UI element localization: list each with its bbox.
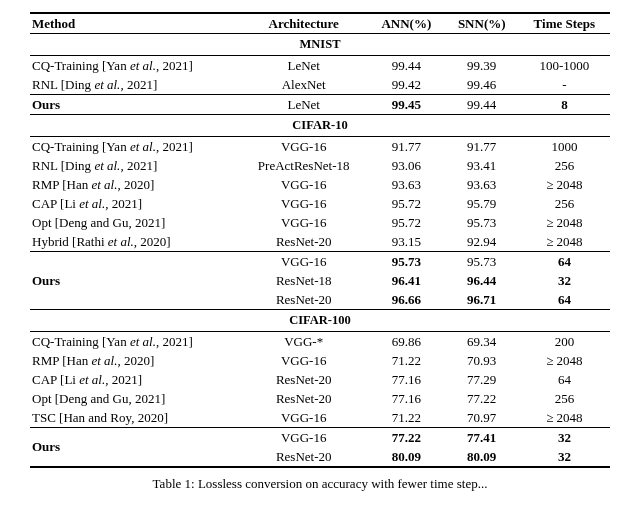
arch-cell: VGG-* bbox=[239, 332, 368, 352]
steps-cell: 8 bbox=[519, 95, 610, 115]
ann-cell: 71.22 bbox=[368, 408, 445, 428]
table-row: Opt [Deng and Gu, 2021] VGG-16 95.72 95.… bbox=[30, 213, 610, 232]
method-name: CAP [Li et al., 2021] bbox=[30, 194, 239, 213]
ann-cell: 77.16 bbox=[368, 389, 445, 408]
method-name: Opt [Deng and Gu, 2021] bbox=[30, 213, 239, 232]
col-steps: Time Steps bbox=[519, 13, 610, 34]
snn-cell: 69.34 bbox=[445, 332, 519, 352]
arch-cell: VGG-16 bbox=[239, 428, 368, 448]
ann-cell: 96.41 bbox=[368, 271, 445, 290]
steps-cell: ≥ 2048 bbox=[519, 213, 610, 232]
arch-cell: ResNet-20 bbox=[239, 389, 368, 408]
steps-cell: 256 bbox=[519, 389, 610, 408]
method-name: CQ-Training [Yan et al., 2021] bbox=[30, 332, 239, 352]
arch-cell: VGG-16 bbox=[239, 408, 368, 428]
steps-cell: ≥ 2048 bbox=[519, 408, 610, 428]
arch-cell: AlexNet bbox=[239, 75, 368, 95]
snn-cell: 70.93 bbox=[445, 351, 519, 370]
ann-cell: 69.86 bbox=[368, 332, 445, 352]
method-name: RNL [Ding et al., 2021] bbox=[30, 156, 239, 175]
arch-cell: VGG-16 bbox=[239, 194, 368, 213]
table-row: RNL [Ding et al., 2021] AlexNet 99.42 99… bbox=[30, 75, 610, 95]
steps-cell: 256 bbox=[519, 156, 610, 175]
arch-cell: VGG-16 bbox=[239, 213, 368, 232]
method-name: Hybrid [Rathi et al., 2020] bbox=[30, 232, 239, 252]
arch-cell: VGG-16 bbox=[239, 175, 368, 194]
snn-cell: 77.29 bbox=[445, 370, 519, 389]
snn-cell: 93.63 bbox=[445, 175, 519, 194]
section-mnist: MNIST bbox=[30, 34, 610, 56]
snn-cell: 92.94 bbox=[445, 232, 519, 252]
col-ann: ANN(%) bbox=[368, 13, 445, 34]
section-cifar100: CIFAR-100 bbox=[30, 310, 610, 332]
arch-cell: LeNet bbox=[239, 95, 368, 115]
snn-cell: 96.71 bbox=[445, 290, 519, 310]
snn-cell: 99.46 bbox=[445, 75, 519, 95]
method-name: Opt [Deng and Gu, 2021] bbox=[30, 389, 239, 408]
table-row: CAP [Li et al., 2021] ResNet-20 77.16 77… bbox=[30, 370, 610, 389]
method-ours: Ours bbox=[30, 428, 239, 468]
ann-cell: 93.63 bbox=[368, 175, 445, 194]
ann-cell: 96.66 bbox=[368, 290, 445, 310]
arch-cell: ResNet-20 bbox=[239, 447, 368, 467]
table-row: CAP [Li et al., 2021] VGG-16 95.72 95.79… bbox=[30, 194, 610, 213]
steps-cell: ≥ 2048 bbox=[519, 351, 610, 370]
arch-cell: ResNet-20 bbox=[239, 370, 368, 389]
steps-cell: - bbox=[519, 75, 610, 95]
snn-cell: 77.22 bbox=[445, 389, 519, 408]
arch-cell: PreActResNet-18 bbox=[239, 156, 368, 175]
method-name: RMP [Han et al., 2020] bbox=[30, 351, 239, 370]
arch-cell: ResNet-20 bbox=[239, 290, 368, 310]
steps-cell: 1000 bbox=[519, 137, 610, 157]
steps-cell: 32 bbox=[519, 271, 610, 290]
arch-cell: VGG-16 bbox=[239, 252, 368, 272]
results-table: Method Architecture ANN(%) SNN(%) Time S… bbox=[30, 12, 610, 468]
arch-cell: VGG-16 bbox=[239, 137, 368, 157]
ann-cell: 95.72 bbox=[368, 194, 445, 213]
ann-cell: 95.72 bbox=[368, 213, 445, 232]
method-name: TSC [Han and Roy, 2020] bbox=[30, 408, 239, 428]
ann-cell: 99.42 bbox=[368, 75, 445, 95]
header-row: Method Architecture ANN(%) SNN(%) Time S… bbox=[30, 13, 610, 34]
col-method: Method bbox=[30, 13, 239, 34]
arch-cell: ResNet-20 bbox=[239, 232, 368, 252]
table-row: RNL [Ding et al., 2021] PreActResNet-18 … bbox=[30, 156, 610, 175]
steps-cell: 64 bbox=[519, 252, 610, 272]
table-row: Ours VGG-16 77.22 77.41 32 bbox=[30, 428, 610, 448]
steps-cell: 100-1000 bbox=[519, 56, 610, 76]
table-row: Ours LeNet 99.45 99.44 8 bbox=[30, 95, 610, 115]
ann-cell: 99.44 bbox=[368, 56, 445, 76]
method-name: CQ-Training [Yan et al., 2021] bbox=[30, 56, 239, 76]
method-name: RMP [Han et al., 2020] bbox=[30, 175, 239, 194]
table-row: CQ-Training [Yan et al., 2021] VGG-* 69.… bbox=[30, 332, 610, 352]
arch-cell: VGG-16 bbox=[239, 351, 368, 370]
section-cifar100-label: CIFAR-100 bbox=[30, 310, 610, 332]
col-arch: Architecture bbox=[239, 13, 368, 34]
ann-cell: 91.77 bbox=[368, 137, 445, 157]
snn-cell: 99.44 bbox=[445, 95, 519, 115]
ann-cell: 77.16 bbox=[368, 370, 445, 389]
snn-cell: 91.77 bbox=[445, 137, 519, 157]
table-row: RMP [Han et al., 2020] VGG-16 93.63 93.6… bbox=[30, 175, 610, 194]
steps-cell: 32 bbox=[519, 428, 610, 448]
ann-cell: 99.45 bbox=[368, 95, 445, 115]
table-row: TSC [Han and Roy, 2020] VGG-16 71.22 70.… bbox=[30, 408, 610, 428]
table-caption: Table 1: Lossless conversion on accuracy… bbox=[30, 476, 610, 492]
steps-cell: ≥ 2048 bbox=[519, 175, 610, 194]
steps-cell: ≥ 2048 bbox=[519, 232, 610, 252]
arch-cell: ResNet-18 bbox=[239, 271, 368, 290]
table-row: Opt [Deng and Gu, 2021] ResNet-20 77.16 … bbox=[30, 389, 610, 408]
ann-cell: 93.15 bbox=[368, 232, 445, 252]
method-name: CAP [Li et al., 2021] bbox=[30, 370, 239, 389]
snn-cell: 77.41 bbox=[445, 428, 519, 448]
table-row: Ours VGG-16 95.73 95.73 64 bbox=[30, 252, 610, 272]
snn-cell: 95.79 bbox=[445, 194, 519, 213]
section-cifar10: CIFAR-10 bbox=[30, 115, 610, 137]
method-ours: Ours bbox=[30, 252, 239, 310]
method-ours: Ours bbox=[30, 95, 239, 115]
method-name: RNL [Ding et al., 2021] bbox=[30, 75, 239, 95]
ann-cell: 93.06 bbox=[368, 156, 445, 175]
ann-cell: 95.73 bbox=[368, 252, 445, 272]
table-row: Hybrid [Rathi et al., 2020] ResNet-20 93… bbox=[30, 232, 610, 252]
section-mnist-label: MNIST bbox=[30, 34, 610, 56]
